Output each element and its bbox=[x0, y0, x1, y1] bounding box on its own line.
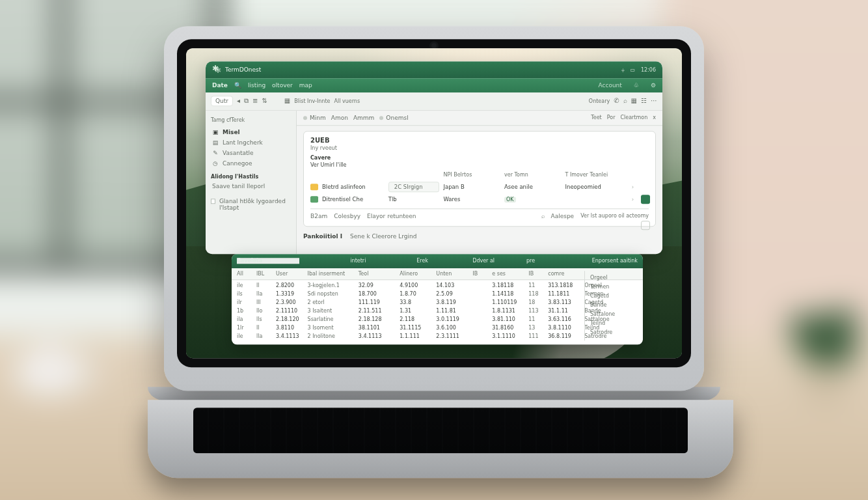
bell-icon[interactable]: ♧ bbox=[634, 82, 639, 89]
tag-icon: ✎ bbox=[212, 150, 219, 156]
sidebar-item-home[interactable]: ▣ Misel bbox=[211, 127, 291, 137]
crumb[interactable]: Minm bbox=[303, 115, 326, 121]
clock-text: 12:06 bbox=[641, 67, 656, 73]
search-icon[interactable]: 🔍 bbox=[234, 82, 241, 89]
laptop: TermDOnest ⏚ ▭ 12:06 Date 🔍 listing olto… bbox=[148, 26, 720, 478]
crumb[interactable]: Amon bbox=[331, 115, 348, 121]
phone-icon[interactable]: ✆ bbox=[614, 98, 619, 104]
sidebar-heading: Tamg cfTerek bbox=[211, 117, 291, 123]
menubar: Date 🔍 listing oltover map Account ♧ ⚙ bbox=[206, 78, 662, 92]
more-icon[interactable]: ⋯ bbox=[651, 98, 657, 104]
menu-item[interactable]: oltover bbox=[272, 82, 293, 89]
value-pill[interactable]: 2C SIrgign bbox=[388, 182, 440, 192]
sidebar-item-label: Vasantatle bbox=[223, 150, 254, 156]
list-icon[interactable]: ≣ bbox=[252, 98, 258, 104]
sidebar-footer-label: Glanal htlôk lygoarded l'lstapt bbox=[219, 198, 291, 211]
sidebar: Tamg cfTerek ▣ Misel ▤ Lant Ingcherk ✎ bbox=[206, 111, 297, 254]
toolbar-q-button[interactable]: Qutr bbox=[211, 96, 233, 106]
app-window: TermDOnest ⏚ ▭ 12:06 Date 🔍 listing olto… bbox=[206, 61, 662, 254]
menu-item[interactable]: Date bbox=[212, 82, 228, 89]
menu-item[interactable]: map bbox=[299, 82, 312, 89]
crumb[interactable]: Ammm bbox=[353, 115, 374, 121]
table-title: Caveleta bbox=[237, 258, 299, 264]
panel-row[interactable]: Ditrentisel Che Tlb Wares OK › bbox=[310, 194, 649, 204]
side-item[interactable]: Satrodre bbox=[590, 329, 636, 335]
table-row[interactable]: ilslla1.3319Sdi nopsten18.7001.8.702.5.0… bbox=[237, 290, 638, 298]
side-item[interactable]: Orgeel bbox=[590, 275, 636, 281]
search-icon[interactable]: ⌕ bbox=[541, 213, 545, 219]
wifi-icon: ⏚ bbox=[621, 67, 625, 73]
sidebar-footer[interactable]: Glanal htlôk lygoarded l'lstapt bbox=[211, 198, 291, 211]
table-header: Caveleta intetri Erek Ddver al pre Enpor… bbox=[232, 254, 643, 268]
menu-item[interactable]: listing bbox=[248, 82, 265, 89]
screen: TermDOnest ⏚ ▭ 12:06 Date 🔍 listing olto… bbox=[186, 48, 682, 358]
back-icon[interactable]: ◂ bbox=[237, 98, 240, 104]
app-title: TermDOnest bbox=[225, 66, 261, 73]
checkbox-icon[interactable] bbox=[211, 199, 215, 204]
crumb[interactable]: Onemsl bbox=[379, 115, 408, 121]
app-logo-icon bbox=[212, 66, 220, 74]
toolbar: Qutr ◂ ⧉ ≣ ⇅ ▦ Blist Inv-Innte All vuern… bbox=[206, 92, 662, 111]
sidebar-subheading: Alidong l'Hastils bbox=[211, 174, 291, 180]
chart-icon[interactable]: ⧉ bbox=[244, 98, 249, 104]
sidebar-item-label: Cannegoe bbox=[223, 160, 252, 167]
data-table-window: Caveleta intetri Erek Ddver al pre Enpor… bbox=[232, 254, 643, 344]
grid-icon[interactable]: ▦ bbox=[631, 98, 637, 104]
table-row[interactable]: ileIl2.82003-kogjelen.132.094.910014.103… bbox=[237, 281, 638, 290]
panel-headers: NPI Belrtos ver Tomn T Imover Teanlei bbox=[310, 172, 649, 178]
panel-row[interactable]: Bletrd aslinfeon 2C SIrgign Japan B Asee… bbox=[310, 180, 649, 194]
table-side: OrgeelTermenCagetdBandeSattaloneTeilndSa… bbox=[584, 271, 640, 340]
panel-note: Ver lst auporo oil acteomy bbox=[580, 213, 649, 219]
side-item[interactable]: Bande bbox=[590, 302, 636, 308]
sidebar-item-tag[interactable]: ✎ Vasantatle bbox=[211, 148, 291, 158]
toolbar-center-label: Blist Inv-Innte bbox=[294, 98, 330, 104]
search-icon[interactable]: ⌕ bbox=[623, 98, 627, 104]
sidebar-item-label: Lant Ingcherk bbox=[223, 139, 263, 146]
breadcrumb: Minm Amon Ammm Onemsl Teet Por Cleartmon… bbox=[297, 111, 662, 126]
table-subheader: AllIBL UserIbal inserment TeolAlinero Un… bbox=[232, 268, 643, 280]
titlebar-status: ⏚ ▭ 12:06 bbox=[617, 66, 656, 73]
sort-icon[interactable]: ⇅ bbox=[262, 98, 267, 104]
layers-icon[interactable]: ☷ bbox=[641, 98, 647, 104]
side-item[interactable]: Cagetd bbox=[590, 293, 636, 299]
panel-title: 2UEB bbox=[310, 137, 649, 144]
side-item[interactable]: Sattalone bbox=[590, 311, 636, 317]
titlebar: TermDOnest ⏚ ▭ 12:06 bbox=[206, 61, 662, 78]
sidebar-item-label: Misel bbox=[223, 129, 240, 135]
gear-icon[interactable]: ⚙ bbox=[651, 82, 656, 89]
camera-dot bbox=[431, 43, 437, 48]
doc-icon: ▤ bbox=[212, 139, 219, 146]
home-icon: ▣ bbox=[212, 129, 219, 135]
table-row[interactable]: 1lrIl3.81103 Isoment38.110131.11153.6.10… bbox=[237, 324, 638, 332]
accent-square-icon[interactable] bbox=[641, 195, 650, 204]
panel-meta: Pankoiitiol I Sene k Cleerore Lrgind bbox=[303, 233, 656, 240]
menu-right[interactable]: Account bbox=[599, 82, 622, 89]
table-body: ileIl2.82003-kogjelen.132.094.910014.103… bbox=[232, 280, 643, 344]
chevron-right-icon[interactable]: › bbox=[632, 184, 649, 190]
sidebar-item-settings[interactable]: ◷ Cannegoe bbox=[211, 158, 291, 169]
panel-subtitle: Iny rveeut bbox=[310, 145, 649, 151]
panel-field-label: Ver Umirl l'ille bbox=[310, 162, 649, 168]
toolbar-center-sub: All vuerns bbox=[334, 98, 360, 104]
crumb-right: Por bbox=[607, 115, 616, 120]
keyboard bbox=[193, 408, 688, 453]
checkbox-icon[interactable] bbox=[641, 221, 650, 230]
thumb-icon bbox=[310, 184, 318, 190]
table-row[interactable]: 1bIlo2.111103 Isaitent2.11.5111.311.11.8… bbox=[237, 307, 638, 315]
side-item[interactable]: Termen bbox=[590, 284, 636, 290]
panel-strip: B2am Colesbyy Elayor retunteen ⌕ Aalespe… bbox=[310, 208, 649, 219]
close-icon[interactable]: x bbox=[653, 115, 656, 120]
side-item[interactable]: Teilnd bbox=[590, 320, 636, 326]
toolbar-right-label: Onteary bbox=[589, 98, 610, 104]
crumb-right: Teet bbox=[591, 115, 602, 120]
sidebar-item-doc[interactable]: ▤ Lant Ingcherk bbox=[211, 137, 291, 148]
table-row[interactable]: ilalls2.18.120Ssarlatine2.18.1282.1183.0… bbox=[237, 315, 638, 324]
main-area: Minm Amon Ammm Onemsl Teet Por Cleartmon… bbox=[297, 111, 662, 254]
detail-panel: 2UEB Iny rveeut Cavere Ver Umirl l'ille … bbox=[303, 131, 656, 227]
table-row[interactable]: ilella3.4.11132 Inolitone3.4.11131.1.111… bbox=[237, 332, 638, 340]
sidebar-subtext: Saave tanil Ileporl bbox=[211, 181, 291, 191]
table-row[interactable]: ilrIll2.3.9002 etorl111.11933.83.8.1191.… bbox=[237, 298, 638, 307]
crumb-right[interactable]: Cleartmon bbox=[620, 115, 647, 120]
panel-section: Cavere bbox=[310, 155, 649, 161]
grid-icon[interactable]: ▦ bbox=[284, 98, 290, 104]
